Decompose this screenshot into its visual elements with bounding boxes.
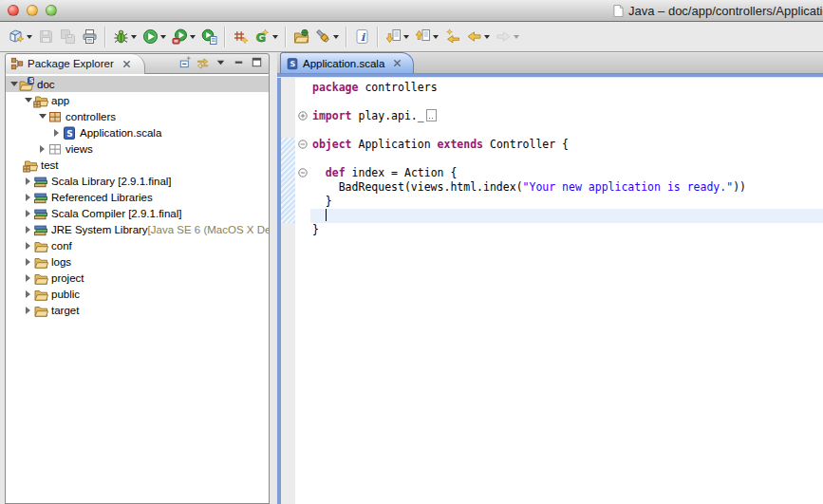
tree-item-application-scala[interactable]: SApplication.scala xyxy=(6,124,269,140)
tree-item-controllers[interactable]: controllers xyxy=(6,108,269,124)
new-scala-element-button[interactable]: G xyxy=(252,25,281,49)
tree-item-scala-library-2-9-1-final[interactable]: Scala Library [2.9.1.final] xyxy=(6,173,269,189)
tree-item-label: Scala Compiler [2.9.1.final] xyxy=(51,208,181,219)
code-token: } xyxy=(312,195,332,208)
link-with-editor-button[interactable] xyxy=(194,55,212,72)
expand-arrow-icon[interactable] xyxy=(23,290,33,298)
tree-item-test[interactable]: test xyxy=(6,157,269,173)
expand-arrow-icon[interactable] xyxy=(23,177,33,185)
tree-item-conf[interactable]: conf xyxy=(6,237,269,253)
tree-item-app[interactable]: app xyxy=(6,92,269,108)
sash[interactable] xyxy=(270,53,277,504)
save-button xyxy=(35,25,57,49)
code-line[interactable] xyxy=(310,123,823,138)
open-type-button[interactable] xyxy=(290,25,312,49)
toggle-mark-occurrences-button[interactable]: i xyxy=(351,25,373,49)
code-token xyxy=(312,166,326,179)
new-java-element-button[interactable] xyxy=(230,25,252,49)
collapsed-region-icon[interactable] xyxy=(426,109,437,121)
tree-item-logs[interactable]: logs xyxy=(6,253,269,270)
close-editor-icon[interactable] xyxy=(388,55,406,72)
code-line[interactable] xyxy=(310,95,823,109)
next-annotation-icon xyxy=(385,28,402,45)
run-button[interactable] xyxy=(140,25,169,49)
fold-collapse-icon[interactable] xyxy=(298,140,308,149)
next-annotation-button[interactable] xyxy=(383,25,412,49)
back-button[interactable] xyxy=(463,25,493,49)
package-explorer-view: Package Explorer SdocappcontrollersSAppl… xyxy=(5,53,270,504)
expand-arrow-icon[interactable] xyxy=(23,210,33,217)
debug-button[interactable] xyxy=(110,25,140,49)
tab-package-explorer[interactable]: Package Explorer xyxy=(6,54,145,74)
expand-arrow-icon[interactable] xyxy=(23,307,33,314)
code-line[interactable]: import play.api._ xyxy=(310,109,823,123)
svg-text:S: S xyxy=(66,128,72,138)
toolbar-separator xyxy=(377,27,379,47)
run-external-tools-button[interactable] xyxy=(198,25,220,49)
fold-expand-icon[interactable] xyxy=(298,111,308,121)
maximize-view-button[interactable] xyxy=(248,55,266,72)
view-menu-button[interactable] xyxy=(212,55,230,72)
main-toolbar: Gi xyxy=(0,22,823,52)
code-token: controllers xyxy=(358,81,437,94)
close-window-button[interactable] xyxy=(8,5,19,16)
expand-arrow-icon[interactable] xyxy=(23,226,33,233)
code-line[interactable] xyxy=(310,152,823,166)
fold-collapse-icon[interactable] xyxy=(298,168,308,177)
document-proxy-icon xyxy=(613,5,624,17)
collapse-arrow-icon[interactable] xyxy=(9,82,19,86)
collapse-all-button[interactable] xyxy=(176,55,194,72)
tree-item-scala-compiler-2-9-1-final[interactable]: Scala Compiler [2.9.1.final] xyxy=(6,205,269,221)
expand-arrow-icon[interactable] xyxy=(23,242,33,250)
save-all-icon xyxy=(60,28,76,45)
tree-item-label: public xyxy=(51,289,80,300)
search-button[interactable] xyxy=(312,25,342,49)
tree-item-project[interactable]: project xyxy=(6,270,269,286)
range-indicator xyxy=(281,138,295,223)
expand-arrow-icon[interactable] xyxy=(51,129,62,137)
editor-tab-label: Application.scala xyxy=(303,58,384,69)
expand-arrow-icon[interactable] xyxy=(23,194,33,201)
close-view-icon[interactable] xyxy=(118,55,136,72)
zoom-window-button[interactable] xyxy=(46,5,57,16)
print-button[interactable] xyxy=(79,25,101,49)
svg-text:S: S xyxy=(290,60,296,68)
tree-item-doc[interactable]: Sdoc xyxy=(6,76,269,92)
last-edit-location-button[interactable] xyxy=(441,25,463,49)
tree-item-target[interactable]: target xyxy=(6,302,269,318)
editor-content: package controllersimport play.api._obje… xyxy=(277,78,823,504)
previous-annotation-button[interactable] xyxy=(412,25,441,49)
expand-arrow-icon[interactable] xyxy=(23,274,33,282)
code-line[interactable]: package controllers xyxy=(310,81,823,95)
code-token: } xyxy=(312,223,319,236)
tree-item-referenced-libraries[interactable]: Referenced Libraries xyxy=(6,189,269,205)
previous-annotation-icon xyxy=(415,28,431,45)
expand-arrow-icon[interactable] xyxy=(23,258,33,266)
code-line[interactable]: object Application extends Controller { xyxy=(310,138,823,152)
expand-arrow-icon[interactable] xyxy=(37,145,47,153)
minimize-window-button[interactable] xyxy=(27,5,38,16)
code-line[interactable]: BadRequest(views.html.index("Your new ap… xyxy=(310,180,823,195)
run-last-tool-button[interactable] xyxy=(169,25,198,49)
code-line[interactable] xyxy=(310,209,823,223)
dropdown-arrow-icon xyxy=(333,35,339,39)
new-wizard-button[interactable] xyxy=(6,25,35,49)
maximize-view-icon xyxy=(250,55,264,73)
folding-ruler[interactable] xyxy=(295,78,310,504)
tree-item-views[interactable]: views xyxy=(6,140,269,157)
code-token: play.api._ xyxy=(352,109,424,122)
view-toolbar xyxy=(176,55,269,72)
tree-item-public[interactable]: public xyxy=(6,286,269,302)
svg-text:S: S xyxy=(29,77,34,84)
collapse-arrow-icon[interactable] xyxy=(37,114,47,119)
code-text-area[interactable]: package controllersimport play.api._obje… xyxy=(310,78,823,504)
code-line[interactable]: def index = Action { xyxy=(310,166,823,180)
tab-application-scala[interactable]: S Application.scala xyxy=(280,52,414,73)
minimize-view-button[interactable] xyxy=(230,55,248,72)
package-explorer-header: Package Explorer xyxy=(5,53,270,74)
code-line[interactable]: } xyxy=(310,195,823,209)
collapse-arrow-icon[interactable] xyxy=(23,98,33,103)
forward-button xyxy=(493,25,522,49)
tree-item-jre-system-library[interactable]: JRE System Library [Java SE 6 (MacOS X D… xyxy=(6,221,269,237)
code-line[interactable]: } xyxy=(310,223,823,237)
